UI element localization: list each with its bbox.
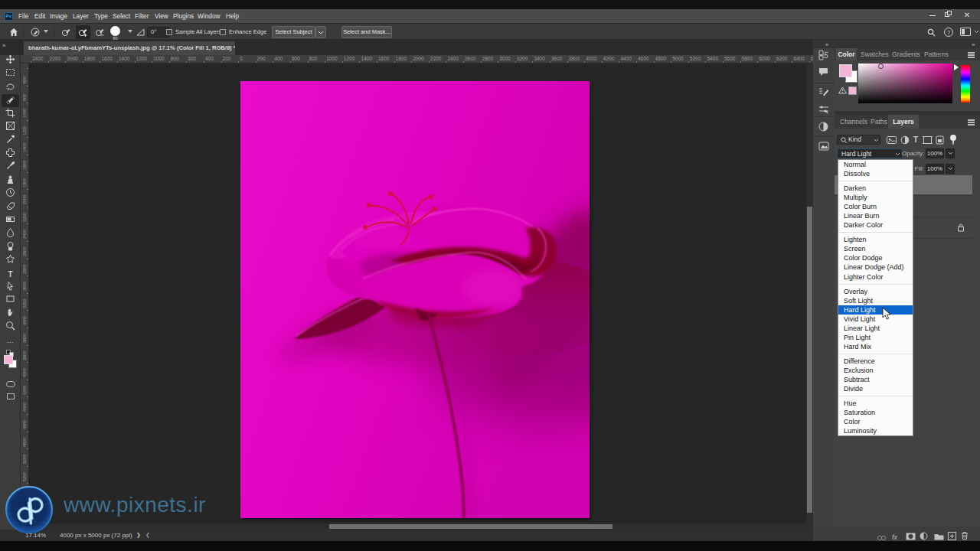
svg-text:5: 5 [824,51,828,60]
